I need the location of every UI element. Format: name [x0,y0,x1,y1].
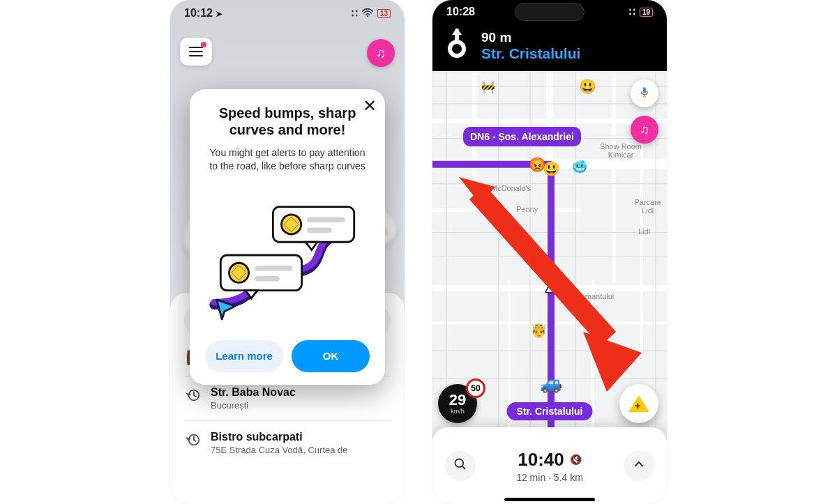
list-item-sub: București [211,400,296,411]
eta-time: 10:40 [518,449,564,471]
car-icon: 🚙 [540,372,562,394]
poi-label: tr. Diamantului [565,292,614,300]
close-icon: ✕ [363,96,377,115]
poi-label: McDonald's [491,184,531,192]
home-indicator [504,498,595,501]
wazer-icon[interactable]: 🤴 [530,322,548,339]
list-item-title: Str. Baba Novac [211,386,296,399]
status-time: 10:28 [446,6,475,18]
wazer-icon[interactable]: 😃 [543,160,560,177]
expand-button[interactable] [624,450,654,481]
close-button[interactable]: ✕ [363,96,377,116]
map-view[interactable]: ♫ DN6 - Șos. Alexandriei Show Room Kimic… [432,72,667,427]
hazard-marker-icon[interactable]: 🚧 [481,81,495,94]
roundabout-icon [442,28,472,64]
svg-rect-14 [307,217,345,222]
trip-summary: 12 min · 5.4 km [516,472,583,483]
wazer-icon[interactable]: 😃 [579,78,596,95]
music-icon: ♫ [640,123,649,137]
poi-label: Lidl [638,227,650,236]
music-button[interactable]: ♫ [631,116,658,144]
history-icon [186,432,201,448]
history-icon [186,388,201,403]
svg-marker-11 [306,242,317,250]
speed-unit: km/h [451,408,465,415]
poi-label: Parcare Lidl [634,198,661,215]
poi-label: Penny [516,205,538,213]
mic-icon [638,86,651,102]
warning-plus-icon [628,395,649,412]
svg-point-16 [450,42,464,56]
svg-rect-15 [307,227,332,233]
svg-rect-19 [643,87,647,93]
navigation-header[interactable]: 90 m Str. Cristalului [432,24,667,71]
signal-icon: ∷ [629,6,635,17]
svg-rect-9 [255,276,280,282]
list-item[interactable]: Bistro subcarpati 75E Strada Cuza Vodă, … [184,420,391,465]
current-street-pill: Str. Cristalului [507,402,593,420]
dialog-illustration [202,185,372,325]
status-icons: ∷ 19 [629,6,653,17]
poi-label: Show Room Kimicar [600,142,642,159]
learn-more-button[interactable]: Learn more [205,340,283,372]
trip-info-bar: 10:40 🔇 12 min · 5.4 km [432,427,667,504]
svg-rect-8 [255,266,292,271]
nav-street: Str. Cristalului [481,45,580,62]
speed-limit-sign: 50 [466,379,485,398]
left-phone: 10:12 ➤ ∷ 13 ♫ 💼 [170,0,405,504]
wazer-icon[interactable]: 🥶 [572,159,587,174]
dialog-title: Speed bumps, sharp curves and more! [205,105,370,138]
sound-off-icon[interactable]: 🔇 [570,454,582,465]
report-button[interactable] [619,384,658,423]
svg-marker-17 [452,28,462,35]
ok-button[interactable]: OK [292,340,370,372]
right-phone: 10:28 ∷ 19 90 m Str. Cristalului [432,0,667,504]
voice-button[interactable] [631,79,658,107]
speed-value: 29 [449,392,466,408]
route-destination-label[interactable]: DN6 - Șos. Alexandriei [463,127,581,146]
dialog-body: You might get alerts to pay attention to… [205,146,370,173]
search-icon [453,457,467,475]
list-item-title: Bistro subcarpati [211,431,348,443]
nav-distance: 90 m [481,30,580,45]
list-item-sub: 75E Strada Cuza Vodă, Curtea de [211,445,348,455]
dynamic-island [515,3,585,21]
battery-icon: 19 [640,8,653,17]
alert-dialog: ✕ Speed bumps, sharp curves and more! Yo… [190,89,385,385]
chevron-up-icon [633,458,645,474]
search-button[interactable] [445,450,476,481]
